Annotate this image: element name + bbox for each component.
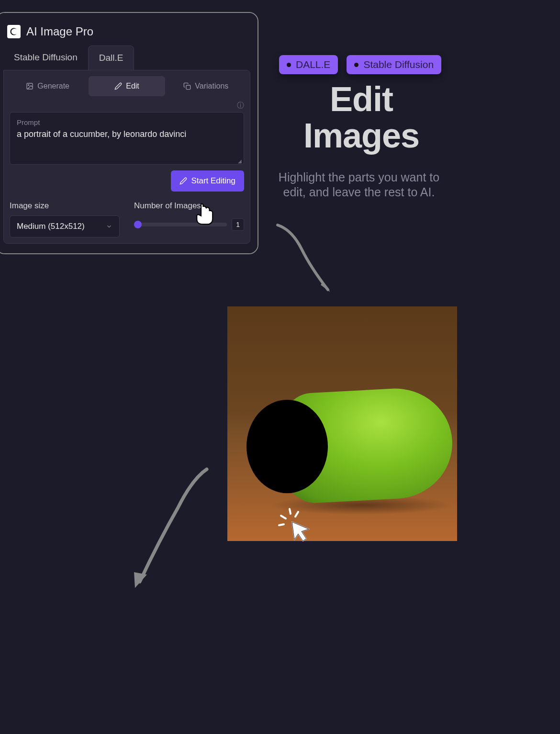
arrow-icon [273,220,340,297]
image-size-label: Image size [10,201,120,211]
svg-rect-2 [186,85,190,90]
title-line: Images [303,116,419,155]
tab-stable-diffusion[interactable]: Stable Diffusion [3,45,88,70]
chevron-down-icon [106,223,112,230]
app-header: AI Image Pro [3,20,250,45]
hero-subtitle: Highlight the parts you want to edit, an… [270,170,448,200]
prompt-input[interactable]: Prompt a portrait of a cucumber, by leon… [10,112,244,165]
cursor-pointer-icon [190,201,217,227]
pencil-icon [179,177,187,185]
app-logo [7,25,21,38]
model-badges: DALL.E Stable Diffusion [279,55,441,74]
slider-thumb[interactable] [134,221,142,228]
action-tab-variations[interactable]: Variations [168,76,244,96]
tab-dalle[interactable]: Dall.E [88,45,134,70]
badge-stable-diffusion: Stable Diffusion [347,55,441,74]
start-button-label: Start Editing [191,176,235,186]
help-icon[interactable]: ⓘ [237,101,244,110]
logo-icon [10,27,18,36]
action-tab-edit[interactable]: Edit [89,76,165,96]
badge-dot-icon [354,63,358,67]
badge-label: Stable Diffusion [363,59,434,70]
image-icon [26,82,34,90]
action-tabs: Generate Edit Variations [10,76,244,96]
slider-value: 1 [232,218,244,231]
action-tab-label: Edit [126,82,139,90]
image-size-select[interactable]: Medium (512x512) [10,215,120,237]
action-tab-label: Variations [195,82,228,90]
action-tab-label: Generate [37,82,69,90]
svg-line-5 [295,512,298,517]
resize-handle[interactable]: ◢ [238,158,243,163]
num-images-control: Number of Images 1 [134,201,244,237]
app-title: AI Image Pro [26,25,93,38]
title-line: Edit [330,80,393,118]
hero-heading: Edit Images [273,81,450,154]
svg-line-3 [290,509,291,514]
click-cursor-icon [275,505,316,546]
edit-mask[interactable] [246,400,328,493]
badge-dot-icon [287,63,291,67]
result-image [227,306,457,541]
svg-line-4 [281,516,286,519]
action-tab-generate[interactable]: Generate [10,76,86,96]
copy-icon [183,82,191,90]
num-images-label: Number of Images [134,201,244,211]
start-editing-button[interactable]: Start Editing [171,170,244,192]
svg-point-1 [28,85,29,86]
badge-label: DALL.E [296,59,330,70]
prompt-label: Prompt [17,118,237,126]
svg-line-6 [279,524,284,525]
model-tabs: Stable Diffusion Dall.E [3,45,250,70]
app-panel: AI Image Pro Stable Diffusion Dall.E Gen… [0,12,258,254]
pencil-icon [114,82,122,90]
prompt-text: a portrait of a cucumber, by leonardo da… [17,128,237,140]
badge-dalle: DALL.E [279,55,338,74]
image-size-control: Image size Medium (512x512) [10,201,120,237]
arrow-icon [125,464,212,591]
select-value: Medium (512x512) [17,222,85,231]
